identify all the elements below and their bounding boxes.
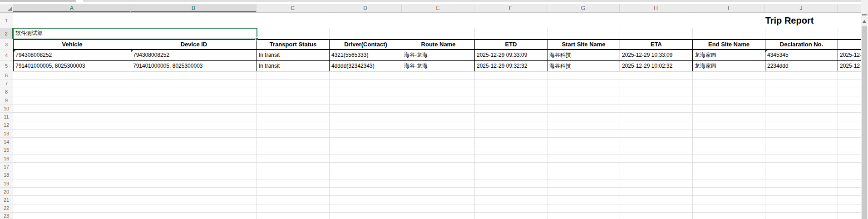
table-header-cell[interactable]: Transport Status <box>257 40 330 49</box>
table-cell[interactable]: 2025-12-29 <box>838 50 861 60</box>
table-cell[interactable]: 海谷-龙海 <box>402 50 475 60</box>
table-cell[interactable]: 2234ddd <box>765 61 838 71</box>
gridline <box>692 28 693 39</box>
gridline <box>257 28 861 28</box>
row-header-18[interactable]: 18 <box>0 171 13 179</box>
column-header-b[interactable]: B <box>131 4 256 12</box>
column-header-j[interactable]: J <box>765 4 838 12</box>
row-header-19[interactable]: 19 <box>0 179 13 188</box>
table-cell[interactable]: 2025-12-29 10:02:32 <box>620 61 693 71</box>
table-header-cell[interactable]: End Site Name <box>693 40 765 49</box>
selected-cell-value: 软件测试部 <box>14 29 256 38</box>
scrollbar-thumb[interactable] <box>862 26 867 219</box>
toolbar-segment <box>83 0 861 2</box>
table-cell[interactable]: 791401000005, 8025300003 <box>131 61 257 71</box>
table-cell[interactable]: 龙海家园 <box>693 50 765 60</box>
error-indicator-icon <box>765 50 768 52</box>
row-header-21[interactable]: 21 <box>0 196 13 204</box>
spreadsheet-app: ABCDEFGHIJ 12345678910111213141516171819… <box>0 0 868 219</box>
row-header-8[interactable]: 8 <box>0 88 13 96</box>
table-cell[interactable]: 2025-12-29 <box>838 61 861 71</box>
column-header-i[interactable]: I <box>692 4 765 12</box>
error-indicator-icon <box>131 50 133 52</box>
gridline <box>765 28 765 39</box>
scroll-up-icon[interactable] <box>863 20 866 23</box>
table-header-cell[interactable]: ETD <box>475 40 547 49</box>
table-cell[interactable]: 4dddd(32342343) <box>330 61 402 71</box>
error-indicator-icon <box>14 50 16 52</box>
table-header-cell[interactable]: Driver(Contact) <box>330 40 402 49</box>
column-header-e[interactable]: E <box>402 4 474 12</box>
gridline <box>474 28 475 39</box>
row-header-1[interactable]: 1 <box>0 13 13 28</box>
table-cell[interactable]: 海谷-龙海 <box>402 61 475 71</box>
table-header-cell[interactable]: Route Name <box>402 40 475 49</box>
column-header-a[interactable]: A <box>13 4 131 12</box>
row-header-15[interactable]: 15 <box>0 146 13 154</box>
row-header-22[interactable]: 22 <box>0 204 13 213</box>
row-header-16[interactable]: 16 <box>0 154 13 163</box>
table-cell[interactable]: In transit <box>257 61 330 71</box>
table-header-cell[interactable]: Actual D <box>838 40 861 49</box>
sheet-grid[interactable]: Trip Report VehicleDevice IDTransport St… <box>13 13 861 219</box>
row-header-9[interactable]: 9 <box>0 96 13 105</box>
row-header-4[interactable]: 4 <box>0 50 13 61</box>
gridline <box>547 28 547 39</box>
gridline <box>620 28 620 39</box>
row-header-12[interactable]: 12 <box>0 121 13 129</box>
row-header-23[interactable]: 23 <box>0 213 13 219</box>
table-header-cell[interactable]: Device ID <box>131 40 257 49</box>
table-cell[interactable]: 2025-12-29 09:33:09 <box>475 50 547 60</box>
row-header-3[interactable]: 3 <box>0 39 13 50</box>
row-header-7[interactable]: 7 <box>0 80 13 88</box>
table-cell[interactable]: 海谷科技 <box>547 50 620 60</box>
table-header-cell[interactable]: Start Site Name <box>547 40 620 49</box>
report-title-cell[interactable]: Trip Report <box>721 15 858 27</box>
column-header-c[interactable]: C <box>256 4 329 12</box>
table-cell[interactable]: In transit <box>257 50 330 60</box>
row-header-14[interactable]: 14 <box>0 138 13 146</box>
table-cell[interactable]: 4321(5565333) <box>330 50 402 60</box>
table-header-cell[interactable]: Declaration No. <box>765 40 838 49</box>
table-cell[interactable]: 2025-12-29 10:33:09 <box>620 50 693 60</box>
table-cell[interactable]: 791401000005, 8025300003 <box>14 61 131 71</box>
row-header-17[interactable]: 17 <box>0 163 13 171</box>
fill-handle[interactable] <box>255 37 258 40</box>
table-cell[interactable]: 794308008252 <box>14 50 131 60</box>
column-header-strip: ABCDEFGHIJ <box>13 4 861 13</box>
row-header-13[interactable]: 13 <box>0 129 13 138</box>
table-cell[interactable]: 794308008252 <box>131 50 257 60</box>
table-header-cell[interactable]: Vehicle <box>14 40 131 49</box>
column-header-f[interactable]: F <box>474 4 547 12</box>
table-header-cell[interactable]: ETA <box>620 40 693 49</box>
column-header-h[interactable]: H <box>620 4 692 12</box>
row-header-20[interactable]: 20 <box>0 188 13 196</box>
toolbar-segment <box>0 0 76 2</box>
row-header-2[interactable]: 2 <box>0 28 13 39</box>
column-header-g[interactable]: G <box>547 4 620 12</box>
row-header-strip: 1234567891011121314151617181920212223 <box>0 13 13 219</box>
table-cell[interactable]: 4345345 <box>765 50 838 60</box>
gridline <box>402 28 402 39</box>
table-cell[interactable]: 龙海家园 <box>693 61 765 71</box>
empty-row-gridlines <box>13 71 861 219</box>
gridline <box>329 28 330 39</box>
scrollbar-split-handle[interactable] <box>862 14 867 15</box>
select-all-icon <box>8 7 12 11</box>
table-cell[interactable]: 2025-12-29 09:32:32 <box>475 61 547 71</box>
row-header-11[interactable]: 11 <box>0 113 13 121</box>
select-all-button[interactable] <box>0 4 13 13</box>
column-header-d[interactable]: D <box>329 4 402 12</box>
vertical-scrollbar[interactable] <box>861 0 868 219</box>
gridline <box>838 28 838 39</box>
trip-report-table: VehicleDevice IDTransport StatusDriver(C… <box>13 39 861 71</box>
toolbar-sliver <box>0 0 861 2</box>
selected-cell-a2[interactable]: 软件测试部 <box>13 28 257 40</box>
row-header-10[interactable]: 10 <box>0 105 13 113</box>
row-header-6[interactable]: 6 <box>0 71 13 80</box>
table-cell[interactable]: 海谷科技 <box>547 61 620 71</box>
row-header-5[interactable]: 5 <box>0 61 13 71</box>
